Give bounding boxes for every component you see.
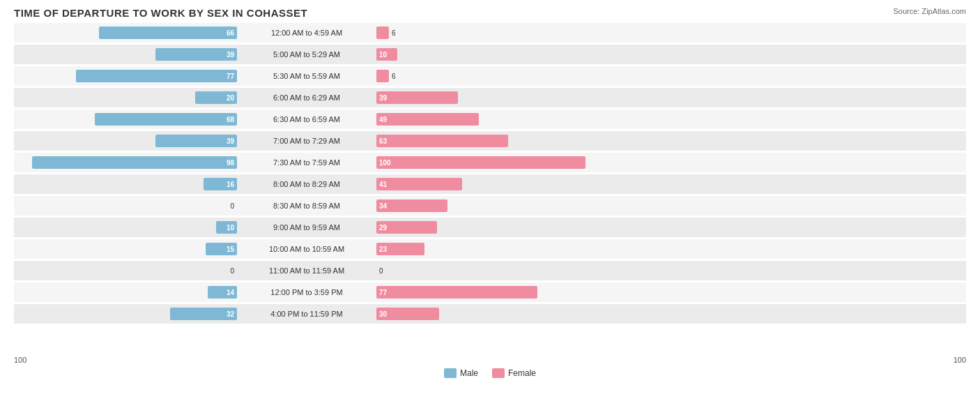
- right-section: 0: [376, 261, 599, 280]
- female-value: 30: [379, 310, 387, 318]
- bar-female: 29: [376, 221, 437, 234]
- legend: Male Female: [14, 368, 966, 378]
- male-value: 32: [227, 310, 234, 318]
- time-label: 8:30 AM to 8:59 AM: [237, 202, 376, 210]
- chart-container: TIME OF DEPARTURE TO WORK BY SEX IN COHA…: [0, 0, 980, 415]
- chart-row: 20 6:00 AM to 6:29 AM 39: [14, 88, 966, 107]
- male-zero: 0: [230, 202, 234, 210]
- bar-female: 10: [376, 48, 397, 61]
- male-value: 14: [227, 289, 234, 296]
- bar-female: 77: [376, 286, 537, 299]
- right-section: 77: [376, 282, 599, 302]
- female-value: 63: [379, 137, 387, 145]
- chart-row: 0 8:30 AM to 8:59 AM 34: [14, 196, 966, 216]
- bar-female: 49: [376, 113, 479, 126]
- bar-male: 14: [208, 286, 237, 299]
- time-label: 7:30 AM to 7:59 AM: [237, 158, 376, 167]
- chart-row: 0 11:00 AM to 11:59 AM 0: [14, 261, 966, 280]
- male-value: 66: [227, 29, 234, 37]
- female-value: 23: [379, 246, 387, 253]
- male-value: 39: [227, 51, 234, 59]
- time-label: 9:00 AM to 9:59 AM: [237, 223, 376, 232]
- right-section: 30: [376, 304, 599, 324]
- legend-female-box: [492, 368, 505, 378]
- right-section: 34: [376, 196, 599, 216]
- source-text: Source: ZipAtlas.com: [893, 7, 966, 15]
- right-section: 100: [376, 153, 599, 172]
- time-label: 4:00 PM to 11:59 PM: [237, 310, 376, 318]
- legend-male-box: [444, 368, 457, 378]
- legend-female: Female: [492, 368, 536, 378]
- time-label: 12:00 AM to 4:59 AM: [237, 29, 376, 37]
- chart-row: 39 7:00 AM to 7:29 AM 63: [14, 131, 966, 151]
- female-value: 10: [379, 51, 387, 59]
- bar-female: [376, 70, 389, 82]
- male-zero: 0: [230, 267, 234, 275]
- female-value: 41: [379, 181, 387, 188]
- bar-male: 20: [195, 91, 237, 104]
- male-value: 10: [227, 224, 234, 232]
- bar-female: 41: [376, 178, 462, 190]
- bar-female: [376, 27, 389, 39]
- left-section: 14: [14, 282, 237, 302]
- bar-male: 77: [76, 70, 237, 82]
- time-label: 8:00 AM to 8:29 AM: [237, 180, 376, 188]
- left-section: 98: [14, 153, 237, 172]
- female-value: 34: [379, 202, 387, 210]
- axis-left: 100: [14, 356, 237, 364]
- time-label: 11:00 AM to 11:59 AM: [237, 266, 376, 275]
- left-section: 0: [14, 261, 237, 280]
- left-section: 68: [14, 110, 237, 129]
- right-section: 10: [376, 45, 599, 64]
- bar-male: 98: [32, 156, 237, 169]
- right-section: 41: [376, 174, 599, 194]
- chart-row: 66 12:00 AM to 4:59 AM 6: [14, 23, 966, 43]
- right-section: 6: [376, 66, 599, 86]
- bar-male: 39: [155, 48, 237, 61]
- male-value: 68: [227, 116, 234, 123]
- bar-female: 63: [376, 135, 508, 147]
- bar-female: 23: [376, 243, 424, 255]
- chart-row: 14 12:00 PM to 3:59 PM 77: [14, 282, 966, 302]
- chart-row: 15 10:00 AM to 10:59 AM 23: [14, 239, 966, 259]
- male-value: 20: [227, 94, 234, 102]
- left-section: 66: [14, 23, 237, 43]
- time-label: 6:00 AM to 6:29 AM: [237, 93, 376, 102]
- male-value: 39: [227, 137, 234, 145]
- female-value: 39: [379, 94, 387, 102]
- left-section: 10: [14, 218, 237, 237]
- bar-male: 32: [170, 308, 237, 320]
- chart-row: 68 6:30 AM to 6:59 AM 49: [14, 110, 966, 129]
- legend-female-label: Female: [508, 368, 536, 378]
- time-label: 5:30 AM to 5:59 AM: [237, 72, 376, 80]
- time-label: 6:30 AM to 6:59 AM: [237, 115, 376, 123]
- female-zero: 0: [379, 267, 383, 275]
- chart-title: TIME OF DEPARTURE TO WORK BY SEX IN COHA…: [14, 7, 966, 19]
- bar-female: 30: [376, 308, 439, 320]
- left-section: 20: [14, 88, 237, 107]
- bar-male: 68: [95, 113, 237, 126]
- left-section: 39: [14, 45, 237, 64]
- chart-row: 10 9:00 AM to 9:59 AM 29: [14, 218, 966, 237]
- chart-row: 16 8:00 AM to 8:29 AM 41: [14, 174, 966, 194]
- bar-male: 16: [204, 178, 237, 190]
- left-section: 15: [14, 239, 237, 259]
- time-label: 12:00 PM to 3:59 PM: [237, 288, 376, 296]
- right-section: 39: [376, 88, 599, 107]
- left-section: 32: [14, 304, 237, 324]
- chart-row: 32 4:00 PM to 11:59 PM 30: [14, 304, 966, 324]
- chart-row: 39 5:00 AM to 5:29 AM 10: [14, 45, 966, 64]
- right-section: 29: [376, 218, 599, 237]
- bar-female: 39: [376, 91, 458, 104]
- axis-labels: 100 100: [14, 356, 966, 364]
- chart-row: 77 5:30 AM to 5:59 AM 6: [14, 66, 966, 86]
- bar-male: 15: [206, 243, 237, 255]
- left-section: 0: [14, 196, 237, 216]
- bar-male: 39: [155, 135, 237, 147]
- male-value: 15: [227, 246, 234, 253]
- right-section: 6: [376, 23, 599, 43]
- left-section: 77: [14, 66, 237, 86]
- bar-female: 100: [376, 156, 585, 169]
- legend-male-label: Male: [460, 368, 478, 378]
- bar-male: 10: [216, 221, 237, 234]
